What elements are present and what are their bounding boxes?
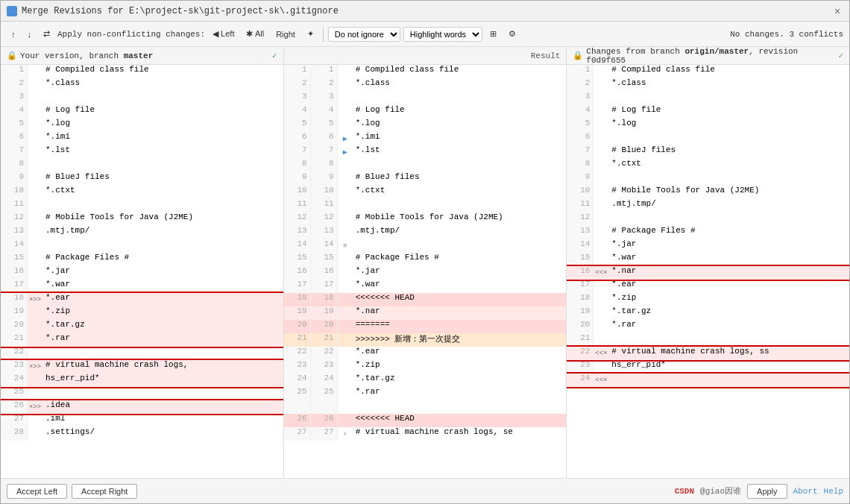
right-panel: 🔒 Changes from branch origin/master, rev…: [567, 47, 849, 478]
csdn-logo: CSDN: [675, 487, 694, 496]
right-line-24: 24 <<×: [567, 374, 849, 387]
left-line-13: 13 .mtj.tmp/: [1, 226, 283, 239]
right-panel-header: 🔒 Changes from branch origin/master, rev…: [567, 47, 849, 65]
right-line-7: 7 # BlueJ files: [567, 145, 849, 159]
center-line-15: 15 15 # Package Files #: [284, 253, 567, 266]
center-panel-content[interactable]: 1 1 # Compiled class file 2 2 *.class 3 …: [284, 65, 567, 478]
status-text: No changes. 3 conflicts: [730, 30, 843, 39]
apply-all-label: ✱ All: [246, 29, 264, 39]
apply-magic-button[interactable]: ✦: [303, 28, 318, 40]
left-header-text: Your version, branch master: [20, 51, 153, 60]
apply-left-button[interactable]: ◀ Left: [208, 28, 239, 40]
accept-right-button[interactable]: Accept Right: [72, 484, 137, 499]
title-bar: Merge Revisions for E:\project-sk\git-pr…: [1, 1, 849, 22]
right-line-12: 12: [567, 212, 849, 226]
left-line-23: 23 ×>> # virtual machine crash logs,: [1, 360, 283, 374]
center-line-11: 11 11: [284, 199, 567, 212]
center-line-18: 18 18 <<<<<<< HEAD: [284, 293, 567, 306]
right-line-21: 21: [567, 333, 849, 347]
center-panel: Result 1 1 # Compiled class file 2 2 *.c…: [284, 47, 567, 478]
center-panel-header: Result: [284, 47, 567, 65]
center-line-13: 13 13 .mtj.tmp/: [284, 226, 567, 239]
lock-icon-right: 🔒: [573, 51, 583, 60]
window-title: Merge Revisions for E:\project-sk\git-pr…: [22, 6, 339, 16]
apply-right-label: Right: [276, 30, 295, 39]
center-line-20: 20 20 =======: [284, 320, 567, 333]
right-header-text: Changes from branch origin/master, revis…: [586, 47, 835, 65]
close-button[interactable]: ×: [831, 5, 843, 17]
result-label: Result: [531, 51, 561, 60]
toolbar: ↑ ↓ ⇄ Apply non-conflicting changes: ◀ L…: [1, 22, 849, 47]
center-line-empty: [284, 400, 567, 414]
separator-1: [323, 27, 324, 42]
apply-right-button[interactable]: Right: [271, 28, 300, 40]
user-info: @giao因谁: [700, 485, 741, 497]
center-line-21: 21 21 >>>>>>> 新增：第一次提交: [284, 333, 567, 347]
right-line-16: 16 <<× *.nar: [567, 266, 849, 280]
right-line-3: 3: [567, 92, 849, 105]
left-panel-header: 🔒 Your version, branch master ✓: [1, 47, 283, 65]
center-line-1: 1 1 # Compiled class file: [284, 65, 567, 78]
left-conflict-3: 26 ×>> .idea: [1, 400, 283, 414]
title-bar-left: Merge Revisions for E:\project-sk\git-pr…: [7, 6, 339, 16]
navigate-up-button[interactable]: ↑: [7, 28, 20, 40]
center-line-5: 5 5 *.log: [284, 119, 567, 132]
left-line-7: 7 *.lst: [1, 145, 283, 159]
ignore-select[interactable]: Do not ignore: [328, 27, 400, 42]
apply-all-button[interactable]: ✱ All: [242, 28, 268, 40]
right-conflict-1: 16 <<× *.nar: [567, 266, 849, 280]
right-conflict-3: 24 <<×: [567, 374, 849, 387]
left-line-4: 4 # Log file: [1, 105, 283, 119]
right-line-6: 6: [567, 132, 849, 145]
left-line-3: 3: [1, 92, 283, 105]
center-line-23: 23 23 *.zip: [284, 360, 567, 374]
right-panel-content[interactable]: 1 # Compiled class file 2 *.class 3 4: [567, 65, 849, 478]
left-line-15: 15 # Package Files #: [1, 253, 283, 266]
accept-left-button[interactable]: Accept Left: [7, 484, 67, 499]
center-line-6: 6 6 ▶ *.imi: [284, 132, 567, 145]
left-conflict-1: 18 ×>> *.ear 19 *.zip 20 *.tar.gz: [1, 293, 283, 347]
left-line-21: 21 *.rar: [1, 333, 283, 347]
settings-button[interactable]: ⚙: [504, 28, 520, 40]
right-line-23: 23 hs_err_pid*: [567, 360, 849, 374]
navigate-branch-button[interactable]: ⇄: [39, 28, 54, 40]
left-line-24: 24 hs_err_pid*: [1, 374, 283, 387]
columns-button[interactable]: ⊞: [485, 28, 501, 40]
lock-icon-left: 🔒: [7, 51, 17, 60]
center-line-8: 8 8: [284, 159, 567, 172]
bottom-bar: Accept Left Accept Right CSDN @giao因谁 Ap…: [1, 478, 849, 503]
magic-icon: ✦: [307, 29, 314, 39]
right-line-19: 19 *.tar.gz: [567, 306, 849, 320]
center-line-14: 14 14 ≡: [284, 239, 567, 253]
center-line-12: 12 12 # Mobile Tools for Java (J2ME): [284, 212, 567, 226]
check-left: ✓: [272, 51, 277, 60]
apply-left-label: ◀ Left: [212, 29, 234, 39]
center-line-2: 2 2 *.class: [284, 78, 567, 92]
right-line-20: 20 *.rar: [567, 320, 849, 333]
right-conflict-2: 22 <<× # virtual machine crash logs, ss: [567, 347, 849, 360]
right-line-10: 10 # Mobile Tools for Java (J2ME): [567, 186, 849, 199]
help-link[interactable]: Help: [824, 487, 843, 496]
right-line-2: 2 *.class: [567, 78, 849, 92]
navigate-down-button[interactable]: ↓: [23, 28, 37, 40]
merge-revisions-window: Merge Revisions for E:\project-sk\git-pr…: [0, 0, 850, 504]
apply-button[interactable]: Apply: [747, 484, 787, 499]
left-line-9: 9 # BlueJ files: [1, 172, 283, 186]
highlight-select[interactable]: Highlight words: [403, 27, 482, 42]
center-line-16: 16 16 *.jar: [284, 266, 567, 280]
left-line-27: 27 .iml: [1, 414, 283, 427]
right-line-18: 18 *.zip: [567, 293, 849, 306]
right-line-22: 22 <<× # virtual machine crash logs, ss: [567, 347, 849, 360]
center-line-26: 26 26 <<<<<<< HEAD: [284, 414, 567, 427]
left-line-1: 1 # Compiled class file: [1, 65, 283, 78]
abort-link[interactable]: Abort: [793, 487, 818, 496]
left-line-18: 18 ×>> *.ear: [1, 293, 283, 306]
left-line-22: 22: [1, 347, 283, 360]
left-line-28: 28 .settings/: [1, 427, 283, 441]
left-panel: 🔒 Your version, branch master ✓ 1 # Comp…: [1, 47, 284, 478]
left-panel-content[interactable]: 1 # Compiled class file 2 *.class 3 4: [1, 65, 283, 478]
left-line-10: 10 *.ctxt: [1, 186, 283, 199]
center-line-10: 10 10 *.ctxt: [284, 186, 567, 199]
left-conflict-2: 23 ×>> # virtual machine crash logs, 24 …: [1, 360, 283, 387]
columns-icon: ⊞: [490, 29, 497, 39]
